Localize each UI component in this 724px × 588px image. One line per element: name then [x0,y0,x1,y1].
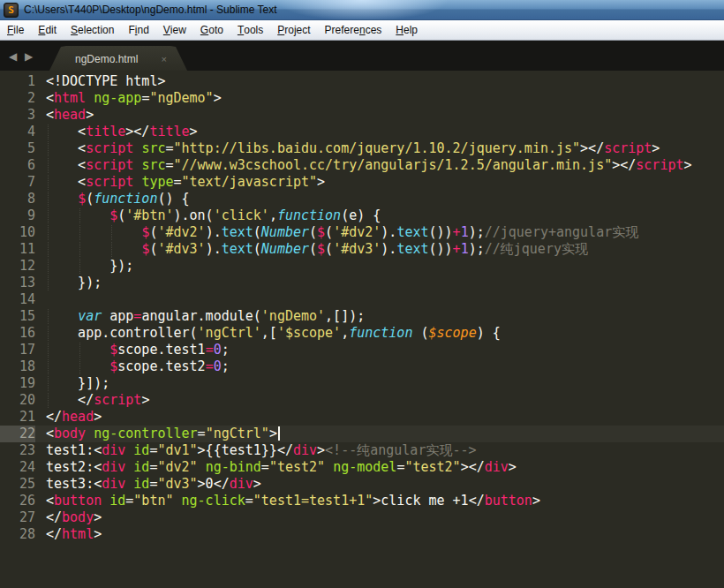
code-text[interactable]: test2:<div id="dv2" ng-bind="test2" ng-m… [46,459,724,476]
code-text[interactable]: <script src="http://libs.baidu.com/jquer… [46,140,724,157]
code-text[interactable]: test1:<div id="dv1">{{test1}}</div><!--纯… [46,442,724,459]
code-text[interactable]: }); [46,275,724,291]
sublime-icon[interactable]: S [4,3,19,18]
code-line-19[interactable]: 19 }]); [0,375,724,392]
line-number[interactable]: 27 [0,509,35,526]
line-number[interactable]: 18 [0,358,35,375]
line-number[interactable]: 12 [0,258,35,275]
code-line-4[interactable]: 4 <title></title> [0,124,724,140]
code-text[interactable]: app.controller('ngCtrl',['$scope',functi… [46,325,724,342]
line-number[interactable]: 8 [0,191,35,207]
code-line-12[interactable]: 12 }); [0,258,724,275]
code-line-9[interactable]: 9 $('#btn').on('click',function(e) { [0,207,724,224]
code-line-26[interactable]: 26<button id="btn" ng-click="test1=test1… [0,493,724,509]
code-text[interactable]: <html ng-app="ngDemo"> [46,90,724,107]
line-number[interactable]: 25 [0,476,35,493]
code-line-17[interactable]: 17 $scope.test1=0; [0,342,724,358]
menu-help[interactable]: Help [388,20,425,40]
line-number[interactable]: 20 [0,392,35,409]
menu-find[interactable]: Find [121,20,155,40]
code-text[interactable]: <button id="btn" ng-click="test1=test1+1… [46,493,724,509]
code-line-3[interactable]: 3<head> [0,107,724,124]
tab-nav-forward-icon[interactable]: ▶ [25,49,33,64]
line-number[interactable]: 17 [0,342,35,358]
code-text[interactable]: <!DOCTYPE html> [46,73,724,90]
code-line-24[interactable]: 24test2:<div id="dv2" ng-bind="test2" ng… [0,459,724,476]
line-number[interactable]: 10 [0,224,35,241]
menu-project[interactable]: Project [270,20,317,40]
code-line-2[interactable]: 2<html ng-app="ngDemo"> [0,90,724,107]
line-number[interactable]: 7 [0,174,35,191]
tab-ngdemo[interactable]: ngDemo.html × [49,46,188,72]
line-number[interactable]: 22 [0,426,35,442]
line-number[interactable]: 21 [0,409,35,426]
menu-preferences[interactable]: Preferences [318,20,389,40]
code-text[interactable]: var app=angular.module('ngDemo',[]); [46,308,724,325]
code-line-16[interactable]: 16 app.controller('ngCtrl',['$scope',fun… [0,325,724,342]
editor[interactable]: 1<!DOCTYPE html>2<html ng-app="ngDemo">3… [0,71,724,588]
code-line-11[interactable]: 11 $('#dv3').text(Number($('#dv3').text(… [0,241,724,258]
menu-edit[interactable]: Edit [31,20,64,40]
code-line-20[interactable]: 20 </script> [0,392,724,409]
code-text[interactable] [46,291,724,308]
line-number[interactable]: 24 [0,459,35,476]
code-line-14[interactable]: 14 [0,291,724,308]
line-number[interactable]: 26 [0,493,35,509]
menu-selection[interactable]: Selection [64,20,121,40]
code-text[interactable]: <title></title> [46,124,724,140]
line-number[interactable]: 5 [0,140,35,157]
line-number[interactable]: 16 [0,325,35,342]
menu-tools[interactable]: Tools [230,20,270,40]
line-number[interactable]: 14 [0,291,35,308]
code-line-21[interactable]: 21</head> [0,409,724,426]
code-line-7[interactable]: 7 <script type="text/javascript"> [0,174,724,191]
code-line-18[interactable]: 18 $scope.test2=0; [0,358,724,375]
code-line-13[interactable]: 13 }); [0,275,724,291]
code-line-25[interactable]: 25test3:<div id="dv3">0</div> [0,476,724,493]
line-number[interactable]: 1 [0,73,35,90]
code-line-8[interactable]: 8 $(function() { [0,191,724,207]
code-line-6[interactable]: 6 <script src="//www.w3cschool.cc/try/an… [0,157,724,174]
line-number[interactable]: 6 [0,157,35,174]
line-number[interactable]: 2 [0,90,35,107]
code-text[interactable]: }); [46,258,724,275]
code-text[interactable]: </script> [46,392,724,409]
code-text[interactable]: </html> [46,526,724,543]
code-text[interactable]: <script type="text/javascript"> [46,174,724,191]
code-text[interactable]: <body ng-controller="ngCtrl"> [46,426,724,442]
code-text[interactable]: </body> [46,509,724,526]
line-number[interactable]: 4 [0,124,35,140]
code-text[interactable]: $scope.test1=0; [46,342,724,358]
line-number[interactable]: 23 [0,442,35,459]
menu-view[interactable]: View [156,20,193,40]
code-text[interactable]: test3:<div id="dv3">0</div> [46,476,724,493]
code-text[interactable]: $(function() { [46,191,724,207]
code-text[interactable]: <script src="//www.w3cschool.cc/try/angu… [46,157,724,174]
code-area[interactable]: 1<!DOCTYPE html>2<html ng-app="ngDemo">3… [0,73,724,543]
code-line-23[interactable]: 23test1:<div id="dv1">{{test1}}</div><!-… [0,442,724,459]
code-line-10[interactable]: 10 $('#dv2').text(Number($('#dv2').text(… [0,224,724,241]
menu-file[interactable]: File [0,20,31,40]
menu-goto[interactable]: Goto [193,20,230,40]
line-number[interactable]: 15 [0,308,35,325]
tab-close-icon[interactable]: × [162,54,167,64]
code-text[interactable]: </head> [46,409,724,426]
code-line-27[interactable]: 27</body> [0,509,724,526]
code-text[interactable]: <head> [46,107,724,124]
tab-nav-back-icon[interactable]: ◀ [9,49,17,64]
code-text[interactable]: $('#btn').on('click',function(e) { [46,207,724,224]
code-text[interactable]: $('#dv2').text(Number($('#dv2').text())+… [46,224,724,241]
code-line-22[interactable]: 22<body ng-controller="ngCtrl"> [0,426,724,442]
code-line-15[interactable]: 15 var app=angular.module('ngDemo',[]); [0,308,724,325]
line-number[interactable]: 11 [0,241,35,258]
code-text[interactable]: $scope.test2=0; [46,358,724,375]
code-line-1[interactable]: 1<!DOCTYPE html> [0,73,724,90]
code-text[interactable]: $('#dv3').text(Number($('#dv3').text())+… [46,241,724,258]
line-number[interactable]: 9 [0,207,35,224]
line-number[interactable]: 3 [0,107,35,124]
line-number[interactable]: 19 [0,375,35,392]
title-bar[interactable]: S C:\Users\T440P\Desktop\ngDemo.html - S… [0,0,724,20]
code-text[interactable]: }]); [46,375,724,392]
line-number[interactable]: 28 [0,526,35,543]
code-line-28[interactable]: 28</html> [0,526,724,543]
